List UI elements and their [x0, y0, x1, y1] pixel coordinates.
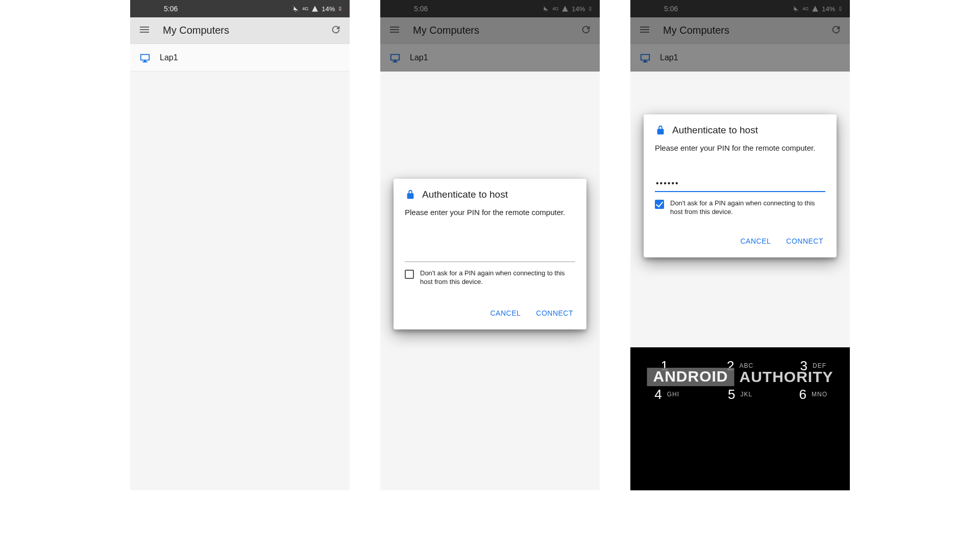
battery-percent: 14%	[322, 5, 335, 13]
status-bar: 5:06 4G 14%	[130, 0, 350, 17]
dialog-header: Authenticate to host	[655, 125, 825, 136]
dialog-message: Please enter your PIN for the remote com…	[655, 143, 825, 153]
computer-list-item[interactable]: Lap1	[630, 44, 850, 72]
key-5[interactable]: 5JKL	[703, 380, 776, 409]
phone-content: 5:06 4G 14% My Computers Lap1	[130, 0, 350, 490]
computer-name: Lap1	[660, 53, 678, 62]
refresh-button[interactable]	[330, 24, 341, 37]
computer-name: Lap1	[410, 53, 428, 62]
monitor-icon	[640, 52, 651, 63]
refresh-icon	[830, 24, 842, 35]
status-time: 5:06	[137, 5, 178, 13]
connect-button[interactable]: CONNECT	[784, 234, 825, 248]
keyboard-row: 1 2ABC 3DEF	[630, 351, 850, 380]
page-title: My Computers	[413, 25, 568, 36]
refresh-button[interactable]	[580, 24, 592, 37]
status-time: 5:06	[387, 5, 428, 13]
computer-list-item[interactable]: Lap1	[380, 44, 600, 72]
bell-off-icon	[292, 5, 299, 12]
hamburger-icon	[388, 23, 401, 36]
connect-button[interactable]: CONNECT	[534, 306, 575, 320]
menu-button[interactable]	[138, 23, 151, 38]
checkbox-label: Don't ask for a PIN again when connectin…	[420, 269, 575, 287]
cancel-button[interactable]: CANCEL	[738, 234, 773, 248]
remember-pin-option[interactable]: Don't ask for a PIN again when connectin…	[405, 269, 575, 287]
phone-screenshot-3: 5:06 4G 14% My Computers Lap1 Authentica…	[630, 0, 850, 490]
cancel-button[interactable]: CANCEL	[488, 306, 523, 320]
status-icons: 4G 14%	[292, 5, 342, 13]
dialog-title: Authenticate to host	[422, 189, 508, 200]
page-title: My Computers	[663, 25, 818, 36]
signal-icon	[561, 5, 569, 12]
battery-icon	[338, 5, 342, 12]
computer-name: Lap1	[160, 53, 178, 62]
checkbox-unchecked-icon	[405, 270, 414, 279]
signal-icon	[311, 5, 318, 12]
hamburger-icon	[138, 23, 151, 36]
dialog-actions: CANCEL CONNECT	[405, 306, 575, 323]
page-title: My Computers	[163, 25, 318, 36]
authenticate-dialog: Authenticate to host Please enter your P…	[394, 179, 586, 329]
signal-icon	[812, 5, 819, 12]
refresh-icon	[330, 24, 341, 35]
phone-screenshot-1: 5:06 4G 14% My Computers Lap1	[130, 0, 350, 490]
dialog-actions: CANCEL CONNECT	[655, 234, 825, 251]
phone-screenshot-2: 5:06 4G 14% My Computers Lap1 Authentica…	[380, 0, 600, 490]
status-bar: 5:06 4G 14%	[630, 0, 850, 17]
menu-button[interactable]	[388, 23, 401, 38]
key-2[interactable]: 2ABC	[703, 351, 776, 380]
dialog-header: Authenticate to host	[405, 189, 575, 200]
bell-off-icon	[542, 5, 549, 12]
app-bar: My Computers	[630, 17, 850, 44]
battery-percent: 14%	[572, 5, 585, 13]
network-4g-label: 4G	[302, 6, 308, 11]
monitor-icon	[139, 52, 151, 63]
numeric-keyboard: 1 2ABC 3DEF 4GHI 5JKL 6MNO	[630, 347, 850, 490]
pin-input[interactable]: ••••••	[655, 176, 825, 192]
dialog-title: Authenticate to host	[672, 125, 758, 136]
app-bar: My Computers	[380, 17, 600, 44]
menu-button[interactable]	[639, 23, 651, 38]
authenticate-dialog: Authenticate to host Please enter your P…	[644, 114, 837, 257]
key-1[interactable]: 1	[630, 351, 703, 380]
pin-input[interactable]	[405, 246, 575, 262]
dialog-message: Please enter your PIN for the remote com…	[405, 207, 575, 218]
app-bar: My Computers	[130, 17, 350, 44]
battery-icon	[838, 5, 843, 12]
status-time: 5:06	[638, 5, 678, 13]
remember-pin-option[interactable]: Don't ask for a PIN again when connectin…	[655, 199, 825, 217]
computer-list-item[interactable]: Lap1	[130, 44, 350, 72]
lock-icon	[655, 125, 666, 136]
key-3[interactable]: 3DEF	[777, 351, 850, 380]
refresh-icon	[580, 24, 592, 35]
bell-off-icon	[792, 5, 799, 12]
battery-icon	[588, 5, 593, 12]
key-4[interactable]: 4GHI	[630, 380, 703, 409]
computer-list: Lap1	[130, 44, 350, 72]
battery-percent: 14%	[822, 5, 835, 13]
computer-list: Lap1	[630, 44, 850, 72]
network-4g-label: 4G	[552, 6, 558, 11]
lock-icon	[405, 189, 416, 200]
status-bar: 5:06 4G 14%	[380, 0, 600, 17]
checkbox-label: Don't ask for a PIN again when connectin…	[670, 199, 825, 217]
network-4g-label: 4G	[802, 6, 808, 11]
checkbox-checked-icon	[655, 200, 664, 209]
status-icons: 4G 14%	[792, 5, 843, 13]
monitor-icon	[389, 52, 401, 63]
refresh-button[interactable]	[830, 24, 842, 37]
hamburger-icon	[639, 23, 651, 36]
computer-list: Lap1	[380, 44, 600, 72]
status-icons: 4G 14%	[542, 5, 593, 13]
keyboard-row: 4GHI 5JKL 6MNO	[630, 380, 850, 409]
key-6[interactable]: 6MNO	[777, 380, 850, 409]
